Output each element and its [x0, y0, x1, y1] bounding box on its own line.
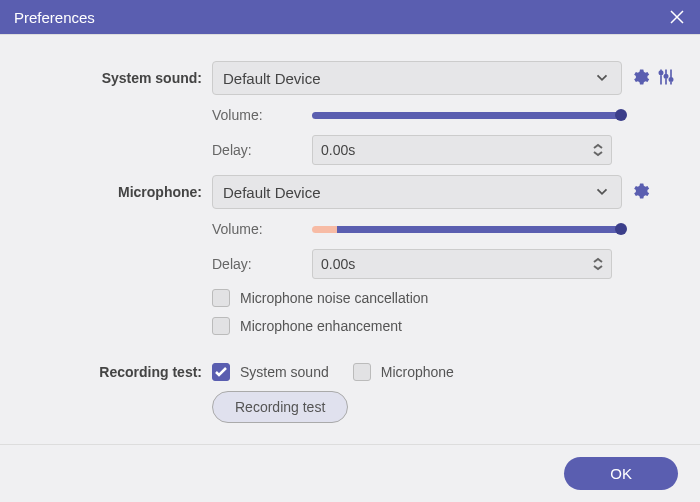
- gear-icon[interactable]: [630, 67, 650, 90]
- enhancement-label: Microphone enhancement: [240, 318, 402, 334]
- system-volume-slider[interactable]: [312, 105, 622, 125]
- window-title: Preferences: [14, 9, 95, 26]
- enhancement-checkbox[interactable]: [212, 317, 230, 335]
- system-delay-label: Delay:: [212, 142, 312, 158]
- chevron-down-icon[interactable]: [593, 264, 603, 271]
- titlebar: Preferences: [0, 0, 700, 34]
- mic-volume-label: Volume:: [212, 221, 312, 237]
- test-system-sound-checkbox[interactable]: [212, 363, 230, 381]
- microphone-device-select[interactable]: Default Device: [212, 175, 622, 209]
- system-volume-label: Volume:: [212, 107, 312, 123]
- system-sound-device-select[interactable]: Default Device: [212, 61, 622, 95]
- gear-icon[interactable]: [630, 181, 650, 204]
- recording-test-button[interactable]: Recording test: [212, 391, 348, 423]
- mic-delay-label: Delay:: [212, 256, 312, 272]
- chevron-up-icon[interactable]: [593, 257, 603, 264]
- noise-cancel-checkbox[interactable]: [212, 289, 230, 307]
- mixer-icon[interactable]: [656, 67, 676, 90]
- chevron-down-icon[interactable]: [593, 150, 603, 157]
- system-sound-label: System sound:: [14, 70, 212, 86]
- microphone-label: Microphone:: [14, 184, 212, 200]
- recording-test-label: Recording test:: [14, 364, 212, 380]
- chevron-up-icon[interactable]: [593, 143, 603, 150]
- system-delay-spinner[interactable]: 0.00s: [312, 135, 612, 165]
- footer: OK: [0, 444, 700, 502]
- test-system-sound-label: System sound: [240, 364, 329, 380]
- test-microphone-label: Microphone: [381, 364, 454, 380]
- content: System sound: Default Device Volume: D: [0, 34, 700, 443]
- mic-delay-spinner[interactable]: 0.00s: [312, 249, 612, 279]
- test-microphone-checkbox[interactable]: [353, 363, 371, 381]
- noise-cancel-label: Microphone noise cancellation: [240, 290, 428, 306]
- mic-volume-slider[interactable]: [312, 219, 622, 239]
- close-icon[interactable]: [668, 8, 686, 26]
- ok-button[interactable]: OK: [564, 457, 678, 490]
